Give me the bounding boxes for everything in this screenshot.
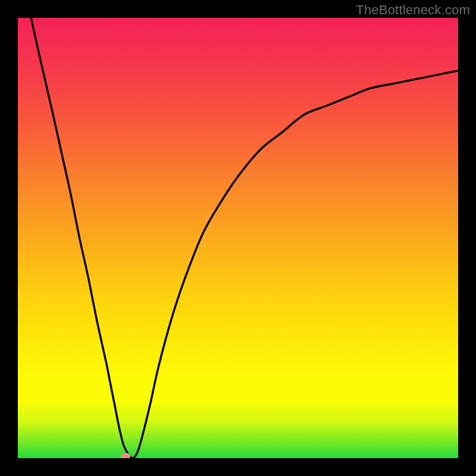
watermark-text: TheBottleneck.com [356,2,470,18]
chart-frame: TheBottleneck.com [0,0,476,476]
optimal-marker [121,453,130,458]
curve-svg [18,18,458,458]
plot-area [18,18,458,458]
bottleneck-curve [31,18,458,458]
